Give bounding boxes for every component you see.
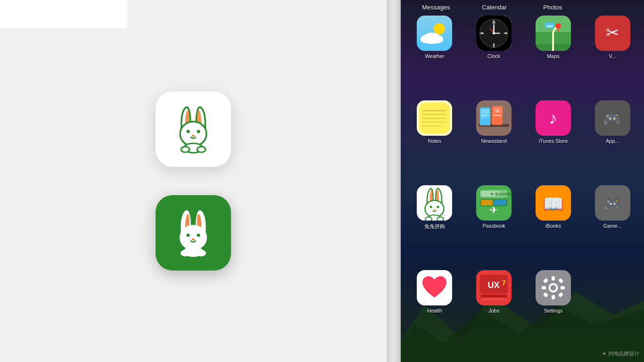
svg-rect-96 xyxy=(552,295,555,299)
watermark-text: 刘珣品牌设计 xyxy=(608,350,639,357)
svg-point-13 xyxy=(197,250,206,256)
grid-cell-rabbit[interactable]: 兔兔拼购 xyxy=(405,181,464,266)
rabbit-icon-light xyxy=(167,103,219,155)
watermark: ✦ 刘珣品牌设计 xyxy=(602,350,639,357)
svg-rect-98 xyxy=(561,286,565,289)
grid-cell-itunes[interactable]: ♪ iTunes Store xyxy=(524,97,583,181)
svg-text:♪: ♪ xyxy=(549,108,557,128)
clock-label: Clock xyxy=(487,53,501,59)
weather-icon xyxy=(417,16,452,51)
grid-cell-ibooks[interactable]: 📖 iBooks xyxy=(524,181,583,266)
svg-rect-59 xyxy=(493,115,502,116)
svg-point-71 xyxy=(425,217,432,221)
rabbit-app-icon xyxy=(417,185,452,221)
grid-cell-game[interactable]: 🎮 Game... xyxy=(583,181,642,266)
weather-icon-art xyxy=(417,16,452,51)
svg-point-5 xyxy=(181,147,190,152)
col-label-messages: Messages xyxy=(407,4,465,11)
health-label: Health xyxy=(427,308,442,313)
svg-point-67 xyxy=(430,206,432,208)
newsstand-icon-art: ✈ xyxy=(476,100,512,136)
passbook-icon-art: ✈ BOARDING ✈ xyxy=(476,185,512,221)
health-icon-art xyxy=(417,270,452,305)
grid-cell-partial1[interactable]: ✂ V... xyxy=(583,12,642,97)
itunes-icon-art: ♪ xyxy=(536,100,571,136)
watermark-icon: ✦ xyxy=(602,351,606,357)
rabbit-label: 兔兔拼购 xyxy=(424,223,445,230)
svg-point-7 xyxy=(180,225,206,250)
svg-rect-95 xyxy=(552,276,555,280)
itunes-icon: ♪ xyxy=(536,100,571,136)
passbook-icon: ✈ BOARDING ✈ xyxy=(476,185,512,221)
svg-rect-54 xyxy=(481,109,489,114)
svg-rect-97 xyxy=(542,286,546,289)
grid-cell-maps[interactable]: 280 Maps xyxy=(524,12,583,97)
grid-labels: Messages Calendar Photos xyxy=(403,0,644,12)
svg-text:12: 12 xyxy=(492,21,496,25)
maps-icon: 280 xyxy=(536,16,571,51)
svg-point-72 xyxy=(437,217,444,221)
grid-cell-settings[interactable]: Settings xyxy=(524,266,583,351)
svg-text:280: 280 xyxy=(546,24,553,28)
svg-text:✈: ✈ xyxy=(495,108,499,114)
grid-rows: Weather xyxy=(403,12,644,351)
notes-icon-art xyxy=(417,100,452,136)
svg-text:🎮: 🎮 xyxy=(603,110,622,128)
grid-cell-newsstand[interactable]: ✈ Newsstand xyxy=(464,97,524,181)
weather-label: Weather xyxy=(425,53,444,59)
right-panel: Messages Calendar Photos xyxy=(387,0,644,362)
svg-text:✈ BOARDING: ✈ BOARDING xyxy=(490,192,512,197)
clock-icon-art: 12 3 6 9 xyxy=(476,16,512,51)
svg-text:9: 9 xyxy=(480,32,482,35)
passbook-label: Passbook xyxy=(482,223,505,229)
grid-cell-weather[interactable]: Weather xyxy=(405,12,464,97)
app-icon-light xyxy=(156,91,231,167)
svg-rect-55 xyxy=(481,115,489,116)
game-icon: 🎮 xyxy=(595,185,630,221)
maps-label: Maps xyxy=(547,53,560,59)
grid-cell-jobs[interactable]: UX 7 Jobs xyxy=(464,266,524,351)
settings-label: Settings xyxy=(544,308,563,313)
svg-point-0 xyxy=(180,122,206,146)
settings-icon xyxy=(536,270,571,305)
svg-point-10 xyxy=(192,239,195,240)
rabbit-app-icon-art xyxy=(417,185,452,221)
rabbit-icon-dark xyxy=(167,207,219,259)
app-icon-dark xyxy=(156,195,231,271)
white-paper xyxy=(0,0,127,28)
svg-point-17 xyxy=(434,23,445,34)
svg-text:7: 7 xyxy=(502,279,506,287)
svg-text:📖: 📖 xyxy=(542,194,563,214)
svg-point-68 xyxy=(437,206,439,208)
grid-cell-passbook[interactable]: ✈ BOARDING ✈ Passbook xyxy=(464,181,524,266)
grid-cell-clock[interactable]: 12 3 6 9 Clock xyxy=(464,12,524,97)
grid-cell-notes[interactable]: Notes xyxy=(405,97,464,181)
grid-cell-empty xyxy=(583,266,642,351)
svg-point-8 xyxy=(187,234,190,237)
maps-icon-art: 280 xyxy=(536,16,571,51)
clock-icon: 12 3 6 9 xyxy=(476,16,512,51)
svg-point-94 xyxy=(550,285,556,291)
app4-icon: 🎮 xyxy=(595,100,630,136)
svg-text:UX: UX xyxy=(488,280,500,290)
game-icon-art: 🎮 xyxy=(595,185,630,221)
svg-point-6 xyxy=(197,147,206,152)
svg-point-19 xyxy=(421,35,432,43)
newsstand-icon: ✈ xyxy=(476,100,512,136)
partial1-icon-art: ✂ xyxy=(595,16,630,51)
svg-point-9 xyxy=(197,234,200,237)
svg-point-30 xyxy=(493,32,495,34)
partial1-label: V... xyxy=(609,53,616,59)
app4-label: App... xyxy=(606,138,619,144)
svg-rect-56 xyxy=(481,117,487,118)
app4-icon-art: 🎮 xyxy=(595,100,630,136)
phone-frame xyxy=(387,0,401,362)
jobs-label: Jobs xyxy=(488,308,499,313)
col-label-photos: Photos xyxy=(524,4,582,11)
grid-cell-health[interactable]: Health xyxy=(405,266,464,351)
newsstand-label: Newsstand xyxy=(481,138,506,144)
svg-point-1 xyxy=(187,130,190,133)
svg-point-12 xyxy=(181,250,190,256)
ibooks-icon: 📖 xyxy=(536,185,571,221)
grid-cell-app4[interactable]: 🎮 App... xyxy=(583,97,642,181)
